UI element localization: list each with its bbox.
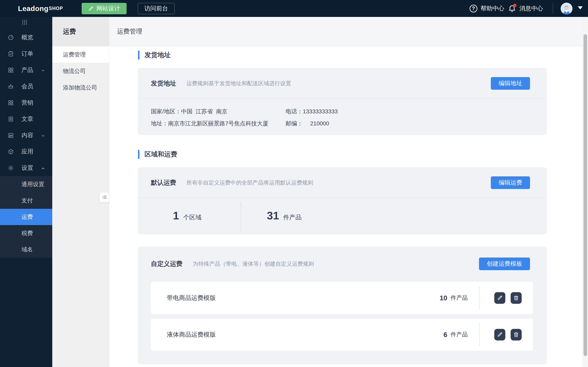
template-row-liquid: 液体商品运费模版 6 件产品 xyxy=(151,318,533,351)
default-freight-card-header: 默认运费 所有非自定义运费中的全部产品将运用默认运费规则 编辑运费 xyxy=(138,167,546,198)
card-description: 为特殊产品（带电、液体等）创建自定义运费规则 xyxy=(193,260,479,267)
delete-template-button[interactable] xyxy=(511,329,522,341)
apps-cube-icon xyxy=(8,149,14,155)
edit-freight-button[interactable]: 编辑运费 xyxy=(491,176,530,189)
subsidebar-item-logistics-company[interactable]: 物流公司 xyxy=(52,63,109,79)
subsidebar-title: 运费 xyxy=(52,17,109,46)
sidebar-item-label: 设置 xyxy=(21,164,33,172)
sidebar-item-orders[interactable]: 订单 xyxy=(0,46,52,62)
section-accent-bar xyxy=(138,150,139,159)
visit-storefront-button[interactable]: 访问前台 xyxy=(138,3,175,14)
trash-icon xyxy=(513,332,519,338)
main-content: 运费管理 发货地址 发货地址 运费规则基于发货地址和配送区域进行设置 编辑地址 … xyxy=(109,17,588,367)
shipping-address-card: 发货地址 运费规则基于发货地址和配送区域进行设置 编辑地址 国家/地区：中国 江… xyxy=(138,68,546,135)
message-center-label: 消息中心 xyxy=(519,4,543,13)
account-dropdown-caret[interactable] xyxy=(578,6,583,9)
submenu-item-tax[interactable]: 税费 xyxy=(0,225,52,242)
trash-icon xyxy=(513,295,519,301)
section-accent-bar xyxy=(138,50,139,59)
notification-dot xyxy=(513,4,517,7)
subsidebar-item-label: 添加物流公司 xyxy=(63,84,97,92)
template-name: 液体商品运费模版 xyxy=(167,331,433,339)
edit-template-button[interactable] xyxy=(494,292,505,304)
pencil-icon xyxy=(88,6,94,11)
zip-label: 邮编： xyxy=(286,120,303,127)
template-product-unit: 件产品 xyxy=(450,294,468,302)
sidebar-item-settings[interactable]: 设置 xyxy=(0,160,52,176)
card-title: 发货地址 xyxy=(151,79,176,88)
visit-storefront-label: 访问前台 xyxy=(144,4,168,13)
submenu-item-freight[interactable]: 运费 xyxy=(0,209,52,225)
product-count-value: 31 xyxy=(267,209,279,222)
crown-icon xyxy=(8,83,14,90)
site-design-button[interactable]: 网站设计 xyxy=(82,3,127,14)
subsidebar-item-add-logistics-company[interactable]: 添加物流公司 xyxy=(52,79,109,96)
sidebar-item-overview[interactable]: 概览 xyxy=(0,29,52,46)
delete-template-button[interactable] xyxy=(511,292,522,304)
row-divider xyxy=(479,287,480,309)
zip-line: 邮编：210000 xyxy=(286,120,329,127)
card-title: 自定义运费 xyxy=(151,259,182,268)
sidebar-item-label: 订单 xyxy=(21,50,33,58)
collapse-panel-button[interactable] xyxy=(99,192,109,202)
vertical-scrollbar-thumb[interactable] xyxy=(584,34,587,356)
phone-value: 13333333333 xyxy=(303,108,338,115)
row-divider xyxy=(479,323,480,346)
sidebar-item-products[interactable]: 产品 xyxy=(0,62,52,78)
submenu-item-label: 域名 xyxy=(21,246,33,253)
vertical-scrollbar-track[interactable] xyxy=(582,17,588,367)
subsidebar-item-freight-management[interactable]: 运费管理 xyxy=(52,46,109,63)
product-count-unit: 件产品 xyxy=(283,213,302,222)
sidebar-item-articles[interactable]: 文章 xyxy=(0,111,52,127)
chevron-down-icon xyxy=(41,133,45,138)
pencil-icon xyxy=(497,332,503,338)
submenu-item-general-settings[interactable]: 通用设置 xyxy=(0,176,52,192)
default-freight-card: 默认运费 所有非自定义运费中的全部产品将运用默认运费规则 编辑运费 1 个区域 … xyxy=(138,167,546,234)
address-value: 南京市江北新区丽景路7号焦点科技大厦 xyxy=(168,120,268,127)
order-clipboard-icon xyxy=(8,51,14,57)
chevron-up-icon xyxy=(41,166,45,171)
sidebar-item-members[interactable]: 会员 xyxy=(0,78,52,95)
address-label: 地址： xyxy=(151,120,168,127)
template-product-count: 6 xyxy=(433,331,447,339)
edit-address-button[interactable]: 编辑地址 xyxy=(491,77,530,90)
user-avatar[interactable] xyxy=(561,3,572,15)
template-product-unit: 件产品 xyxy=(450,331,468,338)
logo-text-secondary: SHOP xyxy=(49,6,63,11)
card-description: 运费规则基于发货地址和配送区域进行设置 xyxy=(186,80,491,87)
submenu-item-label: 通用设置 xyxy=(21,180,44,188)
help-center-link[interactable]: ? 帮助中心 xyxy=(470,0,504,17)
country-value: 中国 江苏省 南京 xyxy=(181,108,227,115)
shipping-address-card-header: 发货地址 运费规则基于发货地址和配送区域进行设置 编辑地址 xyxy=(138,68,546,99)
article-icon xyxy=(8,116,14,122)
question-circle-icon: ? xyxy=(470,5,477,12)
submenu-item-domain[interactable]: 域名 xyxy=(0,242,52,258)
subsidebar-item-label: 物流公司 xyxy=(63,67,86,75)
sidebar-item-label: 概览 xyxy=(21,33,33,42)
sidebar-item-label: 文章 xyxy=(21,115,33,123)
sidebar-item-apps[interactable]: 应用 xyxy=(0,143,52,160)
custom-freight-card: 自定义运费 为特殊产品（带电、液体等）创建自定义运费规则 创建运费模板 带电商品… xyxy=(138,247,546,364)
sidebar-item-marketing[interactable]: 营销 xyxy=(0,95,52,111)
create-freight-template-button[interactable]: 创建运费模板 xyxy=(479,258,530,270)
template-row-electric: 带电商品运费模版 10 件产品 xyxy=(151,282,533,314)
zip-value: 210000 xyxy=(310,120,329,127)
stats-divider xyxy=(241,202,241,231)
section-shipping-address: 发货地址 xyxy=(138,50,171,59)
section-title-text: 发货地址 xyxy=(145,50,171,59)
topbar-divider xyxy=(553,3,553,14)
sidebar-item-label: 产品 xyxy=(21,66,33,74)
zone-count-unit: 个区域 xyxy=(183,213,201,222)
phone-line: 电话：13333333333 xyxy=(286,108,338,115)
logo-text-primary: Leadong xyxy=(18,4,48,13)
sidebar-collapse-handle[interactable] xyxy=(22,20,27,25)
site-design-label: 网站设计 xyxy=(96,4,120,13)
edit-template-button[interactable] xyxy=(494,329,505,341)
sidebar-item-content[interactable]: 内容 xyxy=(0,127,52,143)
pencil-icon xyxy=(497,295,503,301)
submenu-item-payment[interactable]: 支付 xyxy=(0,192,52,209)
sidebar-item-label: 会员 xyxy=(21,82,33,91)
zone-count-stat: 1 个区域 xyxy=(173,209,201,222)
product-count-stat: 31 件产品 xyxy=(267,209,302,222)
message-center-link[interactable]: 消息中心 xyxy=(508,0,543,17)
